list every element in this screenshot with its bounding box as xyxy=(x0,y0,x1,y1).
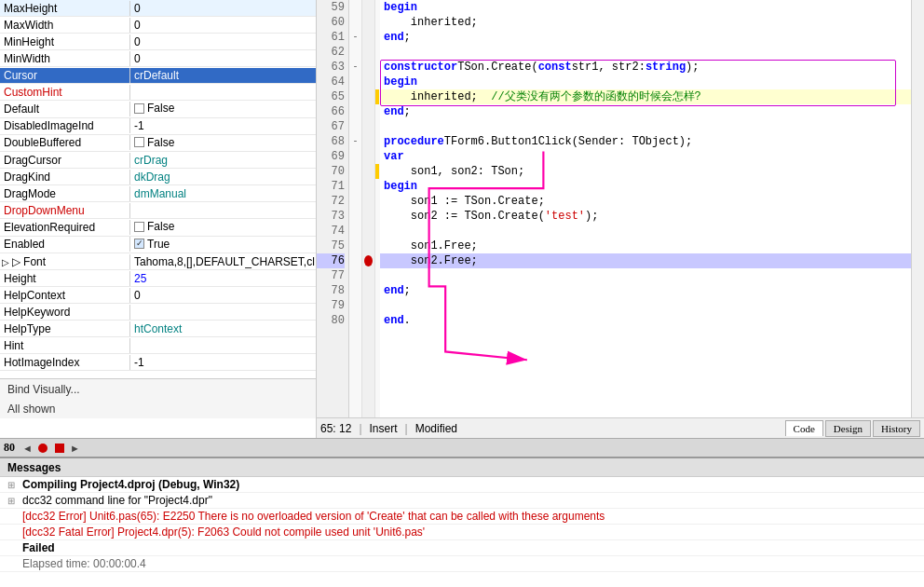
line-num-68: 68 xyxy=(317,134,345,149)
code-line-80[interactable]: end. xyxy=(380,313,911,328)
bp-60 xyxy=(362,15,374,30)
collapse-63[interactable]: - xyxy=(349,60,361,75)
msg-row-compiling[interactable]: ⊞ Compiling Project4.dproj (Debug, Win32… xyxy=(0,477,924,493)
change-62 xyxy=(375,45,379,60)
change-79 xyxy=(375,298,379,313)
bp-62 xyxy=(362,45,374,60)
prop-row-minwidth[interactable]: MinWidth 0 xyxy=(0,50,316,67)
messages-content: ⊞ Compiling Project4.dproj (Debug, Win32… xyxy=(0,477,924,587)
collapse-79 xyxy=(349,298,361,313)
prop-value: 0 xyxy=(130,1,316,16)
code-line-61[interactable]: end; xyxy=(380,30,911,45)
expand-icon-2[interactable]: ⊞ xyxy=(7,496,19,506)
code-line-74[interactable] xyxy=(380,224,911,239)
code-line-71[interactable]: begin xyxy=(380,179,911,194)
prop-row-doublebuffered[interactable]: DoubleBuffered False xyxy=(0,135,316,153)
code-line-72[interactable]: son1 := TSon.Create; xyxy=(380,194,911,209)
prop-row-disabledimageind[interactable]: DisabledImageInd -1 xyxy=(0,118,316,135)
code-line-64[interactable]: begin xyxy=(380,75,911,89)
nav-left-icon[interactable]: ◄ xyxy=(22,443,33,454)
tab-code[interactable]: Code xyxy=(785,420,823,436)
messages-title: Messages xyxy=(7,461,61,474)
prop-row-height[interactable]: Height 25 xyxy=(0,270,316,287)
prop-row-helpcontext[interactable]: HelpContext 0 xyxy=(0,287,316,304)
main-container: MaxHeight 0 MaxWidth 0 MinHeight 0 MinWi… xyxy=(0,0,924,587)
tab-design[interactable]: Design xyxy=(825,420,871,437)
prop-row-dragkind[interactable]: DragKind dkDrag xyxy=(0,169,316,185)
prop-row-dragmode[interactable]: DragMode dmManual xyxy=(0,185,316,202)
msg-indent-4 xyxy=(7,559,19,569)
prop-row-hotimageindex[interactable]: HotImageIndex -1 xyxy=(0,354,316,371)
line-num-70: 70 xyxy=(317,164,345,179)
prop-row-default[interactable]: Default False xyxy=(0,101,316,118)
prop-name: DragMode xyxy=(0,186,130,201)
collapse-60 xyxy=(349,15,361,30)
code-line-67[interactable] xyxy=(380,119,911,134)
change-78 xyxy=(375,283,379,298)
prop-row-enabled[interactable]: Enabled True xyxy=(0,237,316,254)
collapse-73 xyxy=(349,209,361,224)
change-61 xyxy=(375,30,379,45)
code-line-70[interactable]: son1, son2: TSon; xyxy=(380,164,911,179)
prop-row-font[interactable]: ▷ Font Tahoma,8,[],DEFAULT_CHARSET,cl xyxy=(0,253,316,270)
prop-name: MinWidth xyxy=(0,51,130,66)
prop-row-customhint[interactable]: CustomHint xyxy=(0,84,316,101)
stop-icon xyxy=(55,444,64,453)
code-line-68[interactable]: procedure TForm6.Button1Click(Sender: TO… xyxy=(380,134,911,149)
breakpoint-gutter xyxy=(362,0,375,417)
prop-row-maxheight[interactable]: MaxHeight 0 xyxy=(0,0,316,17)
collapse-61[interactable]: - xyxy=(349,30,361,45)
code-line-66[interactable]: end; xyxy=(380,104,911,119)
editor-tabs: Code Design History xyxy=(785,420,920,437)
msg-indent-2 xyxy=(7,527,19,538)
code-line-75[interactable]: son1.Free; xyxy=(380,239,911,253)
bp-69 xyxy=(362,149,374,164)
prop-value: crDefault xyxy=(130,68,316,83)
prop-row-helpkeyword[interactable]: HelpKeyword xyxy=(0,304,316,321)
line-num-73: 73 xyxy=(317,209,345,224)
prop-row-dropdownmenu[interactable]: DropDownMenu xyxy=(0,202,316,219)
code-line-59[interactable]: begin xyxy=(380,0,911,15)
prop-row-elevationrequired[interactable]: ElevationRequired False xyxy=(0,219,316,237)
expand-icon[interactable]: ⊞ xyxy=(7,480,19,490)
prop-value: 0 xyxy=(130,18,316,33)
prop-value: True xyxy=(130,237,316,253)
prop-row-minheight[interactable]: MinHeight 0 xyxy=(0,34,316,50)
code-line-63[interactable]: constructor TSon.Create(const str1, str2… xyxy=(380,60,911,75)
code-line-78[interactable]: end; xyxy=(380,283,911,298)
bind-visually-button[interactable]: Bind Visually... xyxy=(0,378,316,400)
code-line-69[interactable]: var xyxy=(380,149,911,164)
msg-row-dcc32[interactable]: ⊞ dcc32 command line for "Project4.dpr" xyxy=(0,493,924,509)
change-77 xyxy=(375,268,379,283)
prop-name: Height xyxy=(0,271,130,286)
collapse-67 xyxy=(349,119,361,134)
prop-row-hint[interactable]: Hint xyxy=(0,337,316,354)
prop-row-maxwidth[interactable]: MaxWidth 0 xyxy=(0,17,316,34)
right-scrollbar[interactable] xyxy=(911,0,924,417)
code-content[interactable]: begin inherited; end; constructor TSon.C… xyxy=(380,0,911,417)
prop-row-dragcursor[interactable]: DragCursor crDrag xyxy=(0,152,316,169)
prop-row-helptype[interactable]: HelpType htContext xyxy=(0,321,316,337)
code-line-73[interactable]: son2 := TSon.Create('test'); xyxy=(380,209,911,224)
prop-value: crDrag xyxy=(130,153,316,168)
status-separator-2: | xyxy=(405,422,408,435)
collapse-72 xyxy=(349,194,361,209)
code-line-65[interactable]: inherited; //父类没有两个参数的函数的时候会怎样? xyxy=(380,89,911,104)
code-line-77[interactable] xyxy=(380,268,911,283)
msg-indent-3 xyxy=(7,543,19,553)
status-separator-1: | xyxy=(359,422,361,435)
msg-row-error1[interactable]: [dcc32 Error] Unit6.pas(65): E2250 There… xyxy=(0,509,924,525)
bp-70 xyxy=(362,164,374,179)
code-line-76[interactable]: son2.Free; xyxy=(380,253,911,268)
msg-text-compiling: Compiling Project4.dproj (Debug, Win32) xyxy=(22,478,239,491)
code-line-62[interactable] xyxy=(380,45,911,60)
collapse-77 xyxy=(349,268,361,283)
code-line-60[interactable]: inherited; xyxy=(380,15,911,30)
code-line-79[interactable] xyxy=(380,298,911,313)
nav-right-icon[interactable]: ► xyxy=(70,443,80,454)
msg-row-fatal[interactable]: [dcc32 Fatal Error] Project4.dpr(5): F20… xyxy=(0,525,924,540)
tab-history[interactable]: History xyxy=(873,420,920,437)
collapse-68[interactable]: - xyxy=(349,134,361,149)
change-59 xyxy=(375,0,379,15)
prop-row-cursor[interactable]: Cursor crDefault xyxy=(0,67,316,84)
